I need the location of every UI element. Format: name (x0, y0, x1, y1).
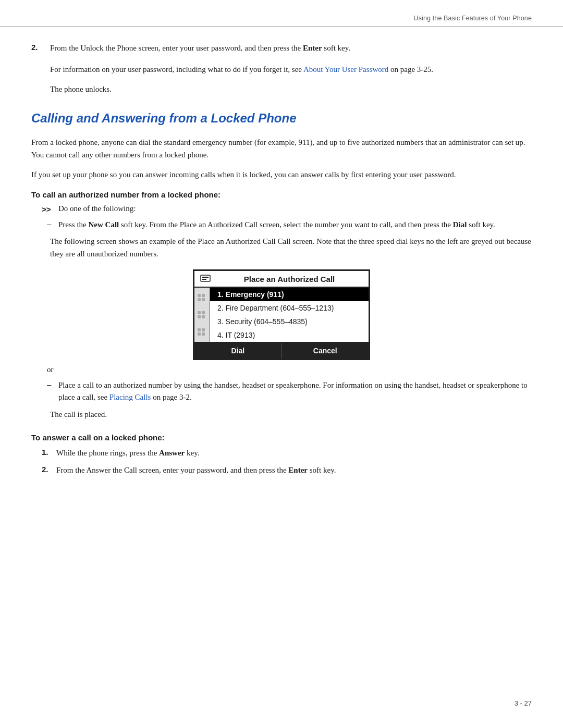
speed-dial-icon-2 (198, 311, 206, 318)
screen-list-item-1[interactable]: 2. Fire Department (604–555–1213) (210, 301, 369, 315)
speed-dial-icon-1 (198, 294, 206, 301)
proc1-heading: To call an authorized number from a lock… (31, 190, 532, 199)
numbered-item-2: 2. From the Answer the Call screen, ente… (42, 464, 532, 476)
svg-rect-5 (198, 298, 201, 301)
screen-list-item-2[interactable]: 3. Security (604–555–4835) (210, 315, 369, 328)
svg-rect-6 (202, 298, 205, 301)
screen-item-1-label: 2. Fire Department (604–555–1213) (217, 304, 334, 312)
placing-calls-link[interactable]: Placing Calls (109, 393, 151, 401)
header-title: Using the Basic Features of Your Phone (414, 15, 532, 22)
dial-button[interactable]: Dial (194, 343, 282, 359)
screen-list: 1. Emergency (911) 2. Fire Department (6… (194, 288, 369, 342)
dash1-middle: soft key. From the Place an Authorized C… (119, 220, 453, 229)
dash1-bold1: New Call (89, 220, 119, 229)
numbered-symbol-1: 1. (42, 447, 56, 456)
ni1-suffix: key. (185, 449, 199, 457)
step-2-text: From the Unlock the Phone screen, enter … (50, 42, 532, 54)
svg-rect-12 (202, 328, 205, 331)
page-header: Using the Basic Features of Your Phone (0, 0, 563, 27)
step-2-block: 2. From the Unlock the Phone screen, ent… (31, 42, 532, 58)
body-para-2: If you set up your phone so you can answ… (31, 168, 532, 181)
svg-rect-1 (202, 277, 209, 278)
svg-rect-7 (198, 311, 201, 314)
section-heading: Calling and Answering from a Locked Phon… (31, 111, 532, 126)
svg-rect-0 (201, 275, 210, 281)
screen-title-bar: Place an Authorized Call (194, 271, 369, 288)
screen-note-text: The following screen shows an example of… (50, 235, 532, 260)
dash1-prefix: Press the (58, 220, 89, 229)
ni1-prefix: While the phone rings, press the (56, 449, 159, 457)
cancel-button[interactable]: Cancel (282, 343, 369, 359)
call-is-placed-block: The call is placed. (50, 408, 532, 421)
or-text: or (47, 365, 532, 374)
dash-symbol-2: – (47, 379, 58, 389)
dash-content-1: Press the New Call soft key. From the Pl… (58, 219, 532, 231)
svg-rect-13 (198, 332, 201, 336)
numbered-content-2: From the Answer the Call screen, enter y… (56, 464, 532, 476)
arrow-text: Do one of the following: (58, 204, 136, 213)
content-area: 2. From the Unlock the Phone screen, ent… (0, 27, 563, 502)
page-container: Using the Basic Features of Your Phone 2… (0, 0, 563, 728)
page-number: 3 - 27 (515, 699, 532, 707)
numbered-symbol-2: 2. (42, 464, 56, 474)
screen-list-item-3[interactable]: 4. IT (2913) (210, 328, 369, 342)
svg-rect-2 (202, 279, 206, 280)
page-footer: 3 - 27 (515, 699, 532, 707)
screen-title-text: Place an Authorized Call (215, 275, 363, 283)
screen-header-icon (200, 274, 211, 283)
body-para-1: From a locked phone, anyone can dial the… (31, 136, 532, 161)
proc2-heading: To answer a call on a locked phone: (31, 433, 532, 442)
svg-rect-14 (202, 332, 205, 336)
dash-symbol-1: – (47, 219, 58, 228)
svg-rect-9 (198, 315, 201, 318)
ni1-bold: Answer (159, 449, 185, 457)
screen-item-3-label: 4. IT (2913) (217, 331, 255, 339)
password-info-end: on page 3-25. (388, 65, 433, 73)
dash1-suffix: soft key. (467, 220, 495, 229)
dash-content-2: Place a call to an authorized number by … (58, 379, 532, 404)
svg-rect-10 (202, 315, 205, 318)
ni2-bold: Enter (288, 466, 308, 474)
arrow-content: Do one of the following: (58, 204, 532, 213)
step-2-text-end: soft key. (322, 44, 350, 52)
arrow-symbol: >> (42, 204, 58, 214)
screen-list-item-0[interactable]: 1. Emergency (911) (210, 288, 369, 301)
screen-item-2-label: 3. Security (604–555–4835) (217, 317, 308, 326)
dash-item-2: – Place a call to an authorized number b… (47, 379, 532, 404)
password-info-text: For information on your user password, i… (50, 64, 532, 76)
step-2-number: 2. (31, 42, 50, 58)
numbered-item-1: 1. While the phone rings, press the Answ… (42, 447, 532, 459)
screen-buttons: Dial Cancel (194, 342, 369, 359)
speed-dial-icon-3 (198, 328, 206, 336)
phone-screen: Place an Authorized Call (193, 269, 370, 360)
screen-item-0-label: 1. Emergency (911) (217, 290, 284, 299)
dash1-bold2: Dial (453, 220, 467, 229)
svg-rect-11 (198, 328, 201, 331)
dash2-end: on page 3-2. (151, 393, 191, 401)
step-2-content: From the Unlock the Phone screen, enter … (50, 42, 532, 58)
svg-rect-4 (202, 294, 205, 297)
call-is-placed-text: The call is placed. (50, 408, 532, 421)
screen-note-block: The following screen shows an example of… (50, 235, 532, 260)
dash-item-1: – Press the New Call soft key. From the … (47, 219, 532, 231)
ni2-suffix: soft key. (308, 466, 336, 474)
ni2-prefix: From the Answer the Call screen, enter y… (56, 466, 288, 474)
numbered-content-1: While the phone rings, press the Answer … (56, 447, 532, 459)
step-2-text-prefix: From the Unlock the Phone screen, enter … (50, 44, 303, 52)
step-2-bold: Enter (303, 44, 322, 52)
indented-password-info: For information on your user password, i… (50, 64, 532, 76)
svg-rect-8 (202, 311, 205, 314)
svg-rect-3 (198, 294, 201, 297)
about-password-link[interactable]: About Your User Password (303, 65, 388, 73)
arrow-bullet: >> Do one of the following: (42, 204, 532, 214)
phone-unlocks: The phone unlocks. (50, 83, 532, 95)
password-info-prefix: For information on your user password, i… (50, 65, 303, 73)
